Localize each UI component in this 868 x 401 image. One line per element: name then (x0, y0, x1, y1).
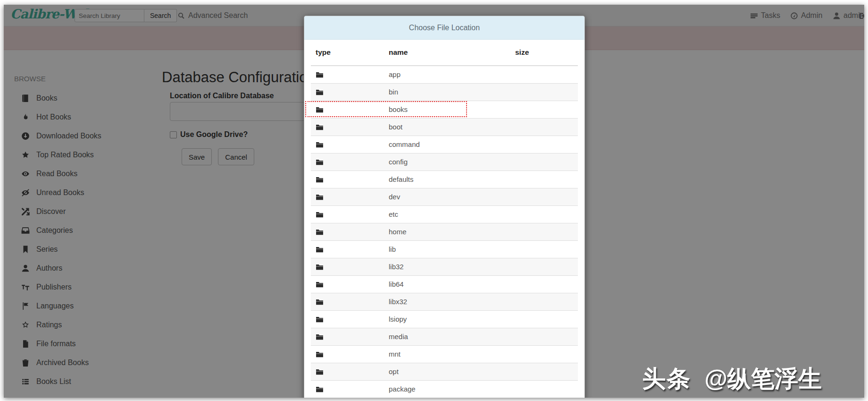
folder-icon[interactable] (316, 123, 324, 131)
folder-icon[interactable] (316, 106, 324, 114)
file-row-dev[interactable]: dev (311, 188, 578, 205)
file-size (510, 240, 578, 258)
file-location-modal: Choose File Location type name size appb… (304, 16, 585, 398)
file-size (510, 293, 578, 310)
folder-icon[interactable] (316, 281, 324, 289)
file-row-opt[interactable]: opt (311, 363, 578, 380)
folder-icon[interactable] (316, 368, 324, 376)
folder-icon[interactable] (316, 350, 324, 358)
file-name[interactable]: defaults (384, 171, 510, 188)
watermark: 头条 @纵笔浮生 (642, 363, 822, 395)
file-size (510, 258, 578, 275)
folder-icon[interactable] (316, 228, 324, 236)
file-name[interactable]: package (384, 380, 510, 398)
file-name[interactable]: lsiopy (384, 310, 510, 328)
watermark-brand: 头条 (642, 366, 691, 392)
file-row-boot[interactable]: boot (311, 118, 578, 136)
file-name[interactable]: app (384, 66, 510, 83)
file-row-mnt[interactable]: mnt (311, 345, 578, 363)
file-name[interactable]: lib (384, 240, 510, 258)
folder-icon[interactable] (316, 141, 324, 149)
file-name[interactable]: media (384, 328, 510, 345)
file-size (510, 153, 578, 171)
file-size (510, 136, 578, 153)
file-size (510, 380, 578, 398)
folder-icon[interactable] (316, 246, 324, 254)
file-name[interactable]: opt (384, 363, 510, 380)
folder-icon[interactable] (316, 193, 324, 201)
modal-title: Choose File Location (304, 16, 584, 40)
file-size (510, 83, 578, 101)
file-name[interactable]: lib64 (384, 275, 510, 293)
watermark-handle: @纵笔浮生 (704, 366, 822, 392)
file-row-command[interactable]: command (311, 136, 578, 153)
folder-icon[interactable] (316, 263, 324, 271)
app-window: Calibre-Web Search Advanced Search Tasks… (4, 5, 864, 398)
file-row-home[interactable]: home (311, 223, 578, 240)
file-size (510, 188, 578, 205)
file-size (510, 310, 578, 328)
file-size (510, 223, 578, 240)
file-tree-table: type name size appbinbooksbootcommandcon… (311, 40, 578, 398)
file-size (510, 118, 578, 136)
file-row-lib32[interactable]: lib32 (311, 258, 578, 275)
folder-icon[interactable] (316, 211, 324, 219)
file-name[interactable]: bin (384, 83, 510, 101)
file-row-libx32[interactable]: libx32 (311, 293, 578, 310)
file-name[interactable]: books (384, 101, 510, 118)
file-size (510, 66, 578, 83)
folder-icon[interactable] (316, 158, 324, 166)
column-header-size: size (510, 40, 578, 66)
file-name[interactable]: lib32 (384, 258, 510, 275)
file-name[interactable]: home (384, 223, 510, 240)
file-size (510, 171, 578, 188)
folder-icon[interactable] (316, 385, 324, 393)
file-row-package[interactable]: package (311, 380, 578, 398)
file-size (510, 205, 578, 223)
folder-icon[interactable] (316, 176, 324, 184)
file-name[interactable]: libx32 (384, 293, 510, 310)
file-size (510, 345, 578, 363)
file-row-books[interactable]: books (311, 101, 578, 118)
file-row-lib[interactable]: lib (311, 240, 578, 258)
file-row-bin[interactable]: bin (311, 83, 578, 101)
file-name[interactable]: etc (384, 205, 510, 223)
file-size (510, 275, 578, 293)
file-row-config[interactable]: config (311, 153, 578, 171)
file-row-defaults[interactable]: defaults (311, 171, 578, 188)
file-name[interactable]: config (384, 153, 510, 171)
folder-icon[interactable] (316, 333, 324, 341)
file-name[interactable]: dev (384, 188, 510, 205)
file-row-lib64[interactable]: lib64 (311, 275, 578, 293)
modal-body: type name size appbinbooksbootcommandcon… (304, 40, 584, 398)
file-name[interactable]: command (384, 136, 510, 153)
folder-icon[interactable] (316, 316, 324, 324)
file-row-etc[interactable]: etc (311, 205, 578, 223)
file-size (510, 363, 578, 380)
column-header-name: name (384, 40, 510, 66)
file-row-lsiopy[interactable]: lsiopy (311, 310, 578, 328)
folder-icon[interactable] (316, 88, 324, 96)
folder-icon[interactable] (316, 71, 324, 79)
column-header-type: type (311, 40, 384, 66)
file-row-app[interactable]: app (311, 66, 578, 83)
file-name[interactable]: mnt (384, 345, 510, 363)
file-size (510, 101, 578, 118)
folder-icon[interactable] (316, 298, 324, 306)
file-name[interactable]: boot (384, 118, 510, 136)
file-row-media[interactable]: media (311, 328, 578, 345)
file-size (510, 328, 578, 345)
